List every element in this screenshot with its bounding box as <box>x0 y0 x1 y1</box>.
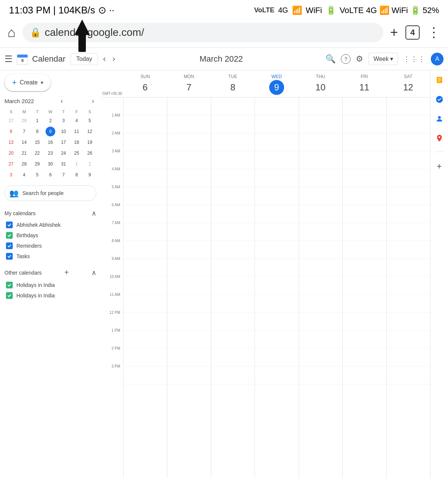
hour-cell[interactable] <box>299 349 342 366</box>
hour-cell[interactable] <box>343 295 386 313</box>
grid-col-mon[interactable] <box>167 98 211 478</box>
day-number-sat[interactable]: 12 <box>401 80 416 95</box>
mini-cal-day[interactable]: 8 <box>32 127 42 136</box>
hour-cell[interactable] <box>343 169 386 187</box>
hour-cell[interactable] <box>299 151 342 169</box>
menu-icon[interactable]: ☰ <box>4 54 13 64</box>
hour-cell[interactable] <box>124 295 167 313</box>
hour-cell[interactable] <box>255 133 298 151</box>
search-people-bar[interactable]: 👥 Search for people <box>4 185 96 201</box>
prev-arrow[interactable]: ‹ <box>102 53 107 65</box>
mini-cal-day[interactable]: 11 <box>72 127 81 136</box>
hour-cell[interactable] <box>167 169 211 187</box>
hour-cell[interactable] <box>299 205 342 223</box>
hour-cell[interactable] <box>124 313 167 331</box>
settings-icon[interactable]: ⚙ <box>356 54 363 64</box>
hour-cell[interactable] <box>387 187 430 205</box>
hour-cell[interactable] <box>255 259 298 277</box>
keep-icon[interactable] <box>433 74 445 86</box>
mini-cal-day[interactable]: 3 <box>59 116 68 126</box>
hour-cell[interactable] <box>299 187 342 205</box>
hour-cell[interactable] <box>167 295 211 313</box>
hour-cell[interactable] <box>343 241 386 259</box>
hour-cell[interactable] <box>211 223 255 241</box>
hour-cell[interactable] <box>124 169 167 187</box>
hour-cell[interactable] <box>387 277 430 295</box>
hour-cell[interactable] <box>167 223 211 241</box>
mini-cal-day[interactable]: 27 <box>6 159 16 169</box>
day-number-sun[interactable]: 6 <box>138 80 153 95</box>
hour-cell[interactable] <box>299 133 342 151</box>
hour-cell[interactable] <box>387 223 430 241</box>
calendar-item-holidays-1[interactable]: Holidays in India <box>4 280 96 290</box>
hour-cell[interactable] <box>211 331 255 349</box>
mini-cal-day[interactable]: 1 <box>72 159 81 169</box>
other-cal-add-icon[interactable]: + <box>62 267 71 278</box>
hour-cell[interactable] <box>299 313 342 331</box>
hour-cell[interactable] <box>343 151 386 169</box>
mini-cal-day[interactable]: 29 <box>32 159 42 169</box>
hour-cell[interactable] <box>124 277 167 295</box>
hour-cell[interactable] <box>167 151 211 169</box>
hour-cell[interactable] <box>124 241 167 259</box>
mini-cal-day[interactable]: 15 <box>32 137 42 147</box>
hour-cell[interactable] <box>255 295 298 313</box>
hour-cell[interactable] <box>255 223 298 241</box>
grid-col-thu[interactable] <box>299 98 342 478</box>
hour-cell[interactable] <box>387 115 430 133</box>
hour-cell[interactable] <box>299 331 342 349</box>
mini-cal-day[interactable]: 10 <box>59 127 68 136</box>
hour-cell[interactable] <box>211 277 255 295</box>
hour-cell[interactable] <box>343 133 386 151</box>
mini-cal-day[interactable]: 7 <box>19 127 29 136</box>
mini-cal-day[interactable]: 12 <box>85 127 94 136</box>
maps-icon[interactable] <box>433 132 445 144</box>
hour-cell[interactable] <box>255 187 298 205</box>
mini-cal-day[interactable]: 6 <box>6 127 16 136</box>
hour-cell[interactable] <box>255 241 298 259</box>
hour-cell[interactable] <box>299 277 342 295</box>
other-cal-left[interactable]: Other calendars <box>4 270 42 276</box>
hour-cell[interactable] <box>124 205 167 223</box>
hour-cell[interactable] <box>343 277 386 295</box>
mini-cal-day[interactable]: 5 <box>32 170 42 180</box>
mini-cal-day[interactable]: 7 <box>59 170 68 180</box>
hour-cell[interactable] <box>387 366 430 384</box>
hour-cell[interactable] <box>343 115 386 133</box>
hour-cell[interactable] <box>255 277 298 295</box>
hour-cell[interactable] <box>167 349 211 366</box>
mini-cal-day[interactable]: 8 <box>72 170 81 180</box>
apps-grid-icon[interactable]: ⋮⋮⋮ <box>403 55 426 63</box>
grid-col-tue[interactable] <box>211 98 255 478</box>
hour-cell[interactable] <box>387 259 430 277</box>
create-button[interactable]: + Create ▾ <box>4 74 51 91</box>
calendar-item-abhishek[interactable]: Abhishek Abhishek <box>4 220 96 230</box>
hour-cell[interactable] <box>167 259 211 277</box>
hour-cell[interactable] <box>299 259 342 277</box>
hour-cell[interactable] <box>343 313 386 331</box>
week-view-button[interactable]: Week ▾ <box>368 53 398 65</box>
new-tab-plus[interactable]: + <box>390 25 398 40</box>
calendar-item-reminders[interactable]: Reminders <box>4 241 96 251</box>
hour-cell[interactable] <box>124 349 167 366</box>
hour-cell[interactable] <box>124 187 167 205</box>
right-sidebar-add-icon[interactable]: + <box>436 161 442 171</box>
day-number-fri[interactable]: 11 <box>357 80 372 95</box>
hour-cell[interactable] <box>343 366 386 384</box>
my-calendars-header[interactable]: My calendars ∧ <box>4 207 96 220</box>
hour-cell[interactable] <box>387 241 430 259</box>
next-arrow[interactable]: › <box>111 53 116 65</box>
hour-cell[interactable] <box>343 223 386 241</box>
hour-cell[interactable] <box>167 187 211 205</box>
hour-cell[interactable] <box>211 241 255 259</box>
browser-menu-icon[interactable]: ⋮ <box>427 25 441 40</box>
hour-cell[interactable] <box>124 151 167 169</box>
mini-cal-day[interactable]: 14 <box>19 137 29 147</box>
hour-cell[interactable] <box>211 259 255 277</box>
hour-cell[interactable] <box>387 169 430 187</box>
mini-cal-day[interactable]: 28 <box>19 159 29 169</box>
hour-cell[interactable] <box>211 115 255 133</box>
mini-cal-day[interactable]: 18 <box>72 137 81 147</box>
mini-cal-day[interactable]: 22 <box>32 148 42 158</box>
hour-cell[interactable] <box>124 115 167 133</box>
